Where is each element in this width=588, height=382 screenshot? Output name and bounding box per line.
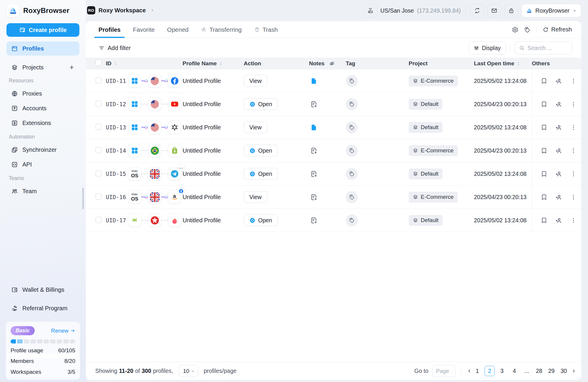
share-user-icon[interactable] xyxy=(555,124,562,131)
page-size-select[interactable]: 10 xyxy=(179,365,198,377)
page-button-30[interactable]: 30 xyxy=(559,366,569,376)
settings-gear-icon[interactable] xyxy=(512,26,518,33)
tag-button[interactable] xyxy=(346,214,358,226)
row-checkbox[interactable] xyxy=(96,101,102,107)
sidebar-item-referral-program[interactable]: Referral Program xyxy=(6,301,79,315)
tab-profiles[interactable]: Profiles xyxy=(98,21,121,38)
more-kebab-icon[interactable] xyxy=(570,124,577,131)
more-kebab-icon[interactable] xyxy=(570,194,577,201)
add-project-icon[interactable] xyxy=(69,64,75,70)
bookmark-icon[interactable] xyxy=(541,217,547,224)
tab-favorite[interactable]: Favorite xyxy=(133,21,155,38)
share-user-icon[interactable] xyxy=(555,147,562,154)
bookmark-icon[interactable] xyxy=(541,147,547,154)
view-profile-button[interactable]: View xyxy=(244,75,267,87)
tag-button[interactable] xyxy=(346,75,358,87)
tag-button[interactable] xyxy=(346,121,358,134)
open-profile-button[interactable]: Open xyxy=(244,214,278,226)
share-user-icon[interactable] xyxy=(555,194,562,201)
account-dropdown[interactable]: RoxyBrowser xyxy=(522,4,581,17)
refresh-button[interactable]: Refresh xyxy=(543,26,572,33)
select-all-checkbox[interactable] xyxy=(96,60,102,66)
note-filled-icon[interactable] xyxy=(309,124,346,131)
sidebar-item-wallet-billings[interactable]: Wallet & Billings xyxy=(6,283,79,297)
share-user-icon[interactable] xyxy=(555,217,562,224)
tag-button[interactable] xyxy=(346,168,358,180)
page-button-3[interactable]: 3 xyxy=(497,366,507,376)
lock-button[interactable] xyxy=(505,4,518,17)
workspace-switcher[interactable]: RO Roxy Workspace xyxy=(87,6,155,14)
note-filled-icon[interactable] xyxy=(309,77,346,85)
row-checkbox[interactable] xyxy=(96,77,102,84)
page-button-2[interactable]: 2 xyxy=(485,366,495,376)
more-kebab-icon[interactable] xyxy=(570,101,577,108)
renew-link[interactable]: Renew xyxy=(51,328,75,334)
tab-trash[interactable]: Trash xyxy=(254,21,278,38)
sort-icon[interactable] xyxy=(516,61,521,66)
sync-button[interactable] xyxy=(470,4,484,17)
note-add-icon[interactable] xyxy=(309,217,346,224)
sidebar-item-api[interactable]: API xyxy=(6,157,79,172)
share-user-icon[interactable] xyxy=(555,78,562,84)
open-profile-button[interactable]: Open xyxy=(244,168,278,180)
bookmark-icon[interactable] xyxy=(541,78,547,84)
goto-page-input[interactable] xyxy=(432,365,456,377)
page-button-1[interactable]: 1 xyxy=(472,366,482,376)
sidebar-item-profiles[interactable]: Profiles xyxy=(6,41,79,56)
bookmark-icon[interactable] xyxy=(541,124,547,131)
share-user-icon[interactable] xyxy=(555,101,562,108)
tab-transferring[interactable]: Transferring xyxy=(201,21,242,38)
share-user-icon[interactable] xyxy=(555,171,562,177)
note-add-icon[interactable] xyxy=(309,170,346,178)
divider xyxy=(461,367,461,375)
row-checkbox[interactable] xyxy=(96,217,102,223)
page-button-28[interactable]: 28 xyxy=(534,366,544,376)
row-checkbox[interactable] xyxy=(96,147,102,153)
search-input[interactable] xyxy=(527,45,568,51)
proxy-info[interactable]: US/San Jose (173.249.199.84) xyxy=(364,4,461,17)
mail-button[interactable] xyxy=(487,4,501,17)
next-page-button[interactable] xyxy=(571,368,577,374)
more-kebab-icon[interactable] xyxy=(570,171,577,177)
create-profile-button[interactable]: Create profile xyxy=(6,23,79,37)
notes-visibility-toggle-icon[interactable] xyxy=(329,61,335,66)
note-add-icon[interactable] xyxy=(309,193,346,201)
sort-icon[interactable] xyxy=(219,61,223,66)
search-box[interactable] xyxy=(515,41,572,54)
row-checkbox[interactable] xyxy=(96,193,102,200)
row-checkbox[interactable] xyxy=(96,170,102,176)
tag-manager-icon[interactable] xyxy=(524,26,531,33)
more-kebab-icon[interactable] xyxy=(570,147,577,154)
tab-opened[interactable]: Opened xyxy=(167,21,188,38)
more-kebab-icon[interactable] xyxy=(570,217,577,224)
view-profile-button[interactable]: View xyxy=(244,191,267,203)
sidebar-scrollbar[interactable] xyxy=(82,188,84,209)
add-filter-button[interactable]: Add filter xyxy=(98,45,131,51)
sidebar-item-projects[interactable]: Projects xyxy=(6,60,79,74)
page-button-4[interactable]: 4 xyxy=(509,366,519,376)
open-profile-button[interactable]: Open xyxy=(244,145,278,156)
column-header-action: Action xyxy=(244,60,309,67)
prev-page-button[interactable] xyxy=(467,368,472,374)
sort-icon[interactable] xyxy=(113,61,118,66)
sidebar-item-synchroinzer[interactable]: Synchroinzer xyxy=(6,142,79,157)
sidebar-item-extensions[interactable]: Extensions xyxy=(6,116,79,130)
tag-button[interactable] xyxy=(346,98,358,110)
view-profile-button[interactable]: View xyxy=(244,121,267,133)
open-profile-button[interactable]: Open xyxy=(244,98,278,110)
note-add-icon[interactable] xyxy=(309,147,346,154)
bookmark-icon[interactable] xyxy=(541,194,547,201)
note-add-icon[interactable] xyxy=(309,101,346,108)
row-checkbox[interactable] xyxy=(96,124,102,130)
bookmark-icon[interactable] xyxy=(541,101,547,108)
sidebar-item-team[interactable]: Team xyxy=(6,184,79,198)
display-button[interactable]: Display xyxy=(469,41,506,54)
page-button-29[interactable]: 29 xyxy=(546,366,557,376)
tag-button[interactable] xyxy=(346,145,358,157)
profile-name: Untitled Profile xyxy=(183,194,244,201)
sidebar-item-proxies[interactable]: Proxies xyxy=(6,86,79,101)
more-kebab-icon[interactable] xyxy=(570,78,577,84)
tag-button[interactable] xyxy=(346,191,358,203)
bookmark-icon[interactable] xyxy=(541,171,547,177)
sidebar-item-accounts[interactable]: Accounts xyxy=(6,101,79,116)
